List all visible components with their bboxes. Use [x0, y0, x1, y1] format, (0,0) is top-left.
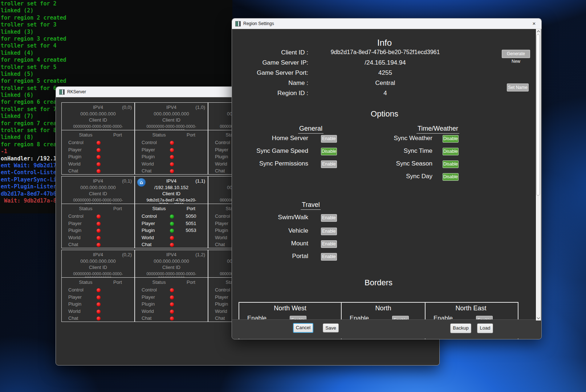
status-indicator-dot [170, 302, 174, 306]
status-row-label: World [215, 161, 227, 167]
terminal-line: for region 5 created [1, 78, 232, 85]
info-value: 4255 [313, 69, 458, 77]
status-row-label: World [68, 235, 81, 240]
terminal-line: for region 2 created [1, 15, 232, 21]
rk-cell-info[interactable]: ⌂IPV4(1,1)/192.168.10.152Client ID9db2d1… [135, 176, 208, 204]
rk-cell-info[interactable]: IPV4(0,1)000.000.000.000Client ID0000000… [61, 176, 135, 204]
chevron-down-icon[interactable] [537, 316, 540, 319]
port-header-label: Port [181, 279, 201, 285]
status-row: Chat [135, 315, 208, 322]
status-indicator-dot [97, 155, 101, 159]
rkserver-window-title: RKServer [67, 89, 86, 94]
scrollbar-thumb[interactable] [536, 34, 540, 196]
info-label: Client ID : [232, 49, 308, 56]
status-indicator-dot [97, 295, 101, 299]
status-row-label: Plugin [68, 301, 81, 307]
status-row: World [135, 309, 208, 315]
cell-coordinate: (0,1) [122, 178, 132, 184]
save-button[interactable]: Save [323, 323, 339, 332]
info-label: Region ID : [232, 90, 308, 97]
status-header-label: Status [70, 132, 101, 138]
terminal-line: for region 4 created [1, 57, 232, 64]
status-indicator-dot [170, 288, 174, 292]
status-indicator-dot [97, 288, 101, 292]
status-indicator-dot [170, 148, 174, 152]
generate-new-button[interactable]: Generate New [502, 50, 530, 58]
status-row-label: Plugin [68, 228, 81, 233]
dialog-footer-bar: Cancel Save Backup Load [232, 319, 541, 339]
ipv4-row: IPV4(0,1) [62, 178, 134, 184]
backup-button[interactable]: Backup [450, 323, 471, 333]
status-indicator-dot [170, 317, 174, 320]
option-toggle-button[interactable]: Disable [443, 173, 459, 181]
info-label: Game Server Port: [232, 69, 308, 77]
status-row-label: Player [68, 294, 82, 300]
rk-cell-status: StatusPortControlPlayerPluginWorldChat [61, 130, 135, 175]
chevron-up-icon[interactable] [537, 30, 540, 33]
option-toggle-button[interactable]: Disable [443, 160, 459, 168]
status-row-label: Player [142, 221, 155, 226]
info-label: Game Server IP: [232, 59, 308, 66]
status-row: Plugin [135, 301, 208, 308]
terminal-line: troller set for 2 [1, 0, 232, 7]
status-indicator-dot [170, 215, 174, 219]
status-row-label: Control [215, 287, 230, 293]
status-indicator-dot [97, 222, 101, 226]
load-button[interactable]: Load [477, 323, 493, 333]
status-row: World [62, 235, 134, 241]
status-row-label: Plugin [142, 301, 155, 307]
option-label: Sync Weather [232, 135, 432, 142]
rk-cell-info[interactable]: IPV4(0,2)000.000.000.000Client ID0000000… [61, 250, 135, 278]
status-row: Plugin [62, 154, 134, 160]
travel-label: Swim/Walk [232, 214, 308, 221]
travel-toggle-button[interactable]: Enable [321, 214, 337, 222]
status-row-label: Player [142, 294, 155, 300]
status-indicator-dot [97, 162, 101, 166]
option-label: Sync Time [232, 147, 432, 155]
status-row-label: Control [142, 287, 157, 293]
status-indicator-dot [97, 141, 101, 145]
rk-cell-info[interactable]: IPV4(0,0)000.000.000.000Client ID0000000… [61, 102, 135, 130]
status-row-label: Control [68, 213, 84, 219]
option-toggle-button[interactable]: Disable [443, 148, 459, 155]
option-label: Sync Season [232, 160, 432, 167]
vertical-scrollbar[interactable] [536, 29, 541, 320]
status-row: World [62, 161, 134, 168]
status-row-label: Player [215, 221, 228, 226]
travel-toggle-button[interactable]: Enable [321, 240, 337, 248]
status-row: World [135, 235, 208, 241]
cell-ip: 000.000.000.000 [62, 258, 134, 265]
travel-toggle-button[interactable]: Enable [321, 253, 337, 261]
status-indicator-dot [97, 243, 101, 247]
cell-ip: 000.000.000.000 [135, 111, 208, 117]
status-header-label: Status [70, 279, 101, 285]
status-row-label: World [142, 309, 154, 314]
client-id-label: Client ID [62, 265, 134, 271]
status-row-label: Player [215, 147, 228, 152]
status-port-value: 5053 [181, 228, 201, 233]
rk-cell-info[interactable]: IPV4(1,0)000.000.000.000Client ID0000000… [135, 102, 208, 130]
port-header-label: Port [181, 206, 201, 211]
status-row-label: Chat [68, 168, 78, 173]
close-icon[interactable]: × [528, 19, 540, 28]
option-toggle-button[interactable]: Disable [443, 135, 459, 143]
status-row: Player [62, 221, 134, 227]
option-label: Sync Day [232, 173, 432, 180]
client-id-label: Client ID [135, 117, 208, 123]
status-row: Player [62, 294, 134, 301]
travel-toggle-button[interactable]: Enable [321, 228, 337, 235]
status-indicator-dot [170, 229, 174, 233]
status-row-label: Chat [142, 315, 151, 321]
status-indicator-dot [97, 229, 101, 233]
status-port-value: 5050 [181, 213, 201, 219]
set-name-button[interactable]: Set Name [507, 83, 529, 91]
terminal-line: troller set for 3 [1, 21, 232, 28]
rk-cell-info[interactable]: IPV4(1,2)000.000.000.000Client ID0000000… [135, 250, 208, 278]
port-header-label: Port [107, 206, 128, 211]
region-settings-app-icon [235, 21, 241, 26]
status-row: Control [135, 287, 208, 294]
cell-coordinate: (1,1) [195, 178, 205, 184]
region-settings-titlebar[interactable]: Region Settings × [232, 19, 541, 29]
cancel-button[interactable]: Cancel [293, 323, 313, 333]
status-header-label: Status [144, 206, 174, 211]
